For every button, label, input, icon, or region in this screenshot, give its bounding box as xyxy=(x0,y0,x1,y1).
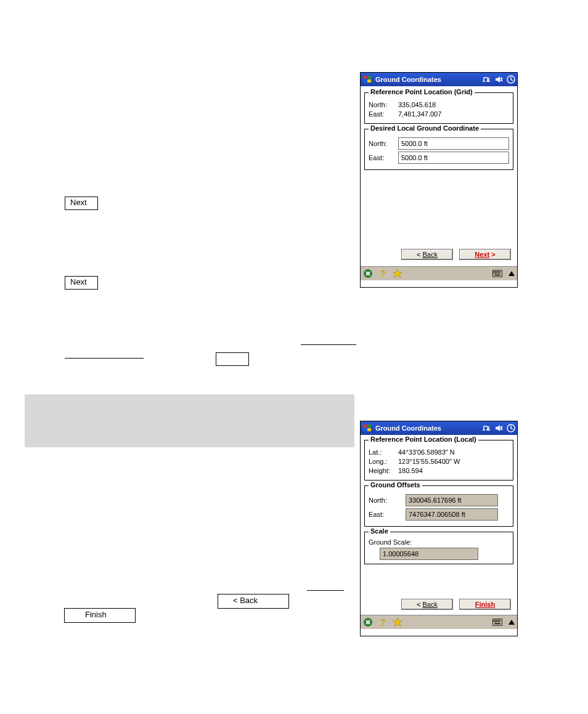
row-height: Height: 180.594 xyxy=(369,467,509,474)
value-ground-scale: 1.00005648 xyxy=(380,548,478,560)
svg-rect-22 xyxy=(363,424,367,428)
row-east: East: 7,481,347.007 xyxy=(369,110,509,118)
svg-rect-24 xyxy=(363,428,367,431)
next-button[interactable]: Next > xyxy=(459,249,511,260)
clock-icon[interactable] xyxy=(506,75,516,84)
label-north: North: xyxy=(369,140,398,147)
svg-rect-35 xyxy=(496,620,497,621)
svg-rect-12 xyxy=(495,271,496,272)
titlebar: Ground Coordinates xyxy=(361,421,517,435)
value-height: 180.594 xyxy=(398,467,509,474)
up-arrow-icon[interactable] xyxy=(508,271,515,276)
svg-rect-14 xyxy=(498,271,499,272)
row-east: East: 7476347.006508 ft xyxy=(369,508,509,521)
svg-rect-37 xyxy=(499,620,500,621)
row-north: North: 335,045.618 xyxy=(369,101,509,108)
back-button[interactable]: < Back xyxy=(401,249,453,260)
svg-rect-21 xyxy=(494,275,500,276)
svg-rect-39 xyxy=(495,621,496,622)
input-north[interactable]: 5000.0 ft xyxy=(398,137,509,150)
clock-icon[interactable] xyxy=(506,423,516,433)
star-icon[interactable] xyxy=(393,269,402,278)
row-north-input: North: 5000.0 ft xyxy=(369,137,509,150)
label-ground-scale: Ground Scale: xyxy=(369,538,509,546)
group-scale: Scale Ground Scale: 1.00005648 xyxy=(364,532,513,564)
speaker-icon[interactable] xyxy=(494,75,504,84)
label-height: Height: xyxy=(369,467,398,474)
finish-button-label: Finish xyxy=(475,601,495,608)
svg-rect-43 xyxy=(494,623,500,625)
up-arrow-icon[interactable] xyxy=(508,620,515,625)
back-button-label: Back xyxy=(423,601,438,608)
connectivity-icon[interactable] xyxy=(481,423,491,433)
row-lat: Lat.: 44°33'06.58983" N xyxy=(369,448,509,456)
group-desired-local: Desired Local Ground Coordinate North: 5… xyxy=(364,129,513,170)
svg-rect-1 xyxy=(367,76,371,79)
connectivity-icon[interactable] xyxy=(481,75,491,84)
label-north: North: xyxy=(369,101,398,108)
doc-underline-1 xyxy=(65,357,144,359)
svg-rect-25 xyxy=(367,428,371,431)
value-east: 7476347.006508 ft xyxy=(406,508,498,521)
group-legend: Reference Point Location (Grid) xyxy=(369,88,475,95)
speaker-icon[interactable] xyxy=(494,423,504,433)
button-row: < Back Finish xyxy=(363,596,515,614)
doc-text-finish: Finish xyxy=(85,610,107,619)
help-icon[interactable]: ? xyxy=(378,617,388,627)
svg-rect-0 xyxy=(363,76,367,79)
svg-text:?: ? xyxy=(380,617,386,627)
group-legend: Scale xyxy=(369,527,390,535)
label-east: East: xyxy=(369,154,398,161)
title-text: Ground Coordinates xyxy=(375,76,441,83)
svg-rect-16 xyxy=(494,272,495,274)
svg-rect-13 xyxy=(496,271,497,272)
group-reference-grid: Reference Point Location (Grid) North: 3… xyxy=(364,92,513,124)
value-long: 123°15'55.56400" W xyxy=(398,458,509,465)
value-lat: 44°33'06.58983" N xyxy=(398,448,509,456)
svg-marker-31 xyxy=(393,618,402,627)
statusbar: ? xyxy=(361,615,517,629)
svg-rect-11 xyxy=(494,271,495,272)
group-legend: Reference Point Location (Local) xyxy=(369,436,478,443)
statusbar: ? xyxy=(361,266,517,280)
svg-rect-2 xyxy=(363,79,367,83)
keyboard-icon[interactable] xyxy=(492,269,502,278)
svg-rect-15 xyxy=(499,271,500,272)
device-screenshot-b: Ground Coordinates Reference Point Locat… xyxy=(360,421,518,636)
next-button-label: Next xyxy=(475,251,489,258)
keyboard-icon[interactable] xyxy=(492,617,502,627)
help-icon[interactable]: ? xyxy=(378,269,388,278)
svg-rect-40 xyxy=(496,621,497,622)
label-east: East: xyxy=(369,110,398,118)
svg-marker-9 xyxy=(393,269,402,278)
svg-rect-20 xyxy=(499,272,500,274)
svg-rect-3 xyxy=(367,79,371,83)
device-body: Reference Point Location (Grid) North: 3… xyxy=(361,86,517,266)
group-legend: Desired Local Ground Coordinate xyxy=(369,124,481,132)
value-north: 330045.617696 ft xyxy=(406,494,498,506)
svg-text:?: ? xyxy=(380,269,386,278)
star-icon[interactable] xyxy=(393,617,402,627)
group-ground-offsets: Ground Offsets North: 330045.617696 ft E… xyxy=(364,485,513,527)
svg-rect-23 xyxy=(367,424,371,428)
close-icon[interactable] xyxy=(363,269,373,278)
svg-rect-34 xyxy=(495,620,496,621)
titlebar: Ground Coordinates xyxy=(361,73,517,86)
value-east: 7,481,347.007 xyxy=(398,110,509,118)
doc-underline-2 xyxy=(301,344,356,345)
value-north: 335,045.618 xyxy=(398,101,509,108)
svg-rect-42 xyxy=(499,621,500,622)
label-east: East: xyxy=(369,511,406,518)
device-body: Reference Point Location (Local) Lat.: 4… xyxy=(361,435,517,615)
close-icon[interactable] xyxy=(363,617,373,627)
svg-rect-41 xyxy=(498,621,499,622)
doc-text-nextA: Next xyxy=(70,198,87,207)
title-text: Ground Coordinates xyxy=(375,424,441,432)
finish-button[interactable]: Finish xyxy=(459,599,511,610)
input-east[interactable]: 5000.0 ft xyxy=(398,152,509,164)
button-row: < Back Next > xyxy=(363,246,515,264)
back-button[interactable]: < Back xyxy=(401,599,453,610)
label-north: North: xyxy=(369,497,406,504)
svg-rect-36 xyxy=(498,620,499,621)
svg-rect-19 xyxy=(498,272,499,274)
